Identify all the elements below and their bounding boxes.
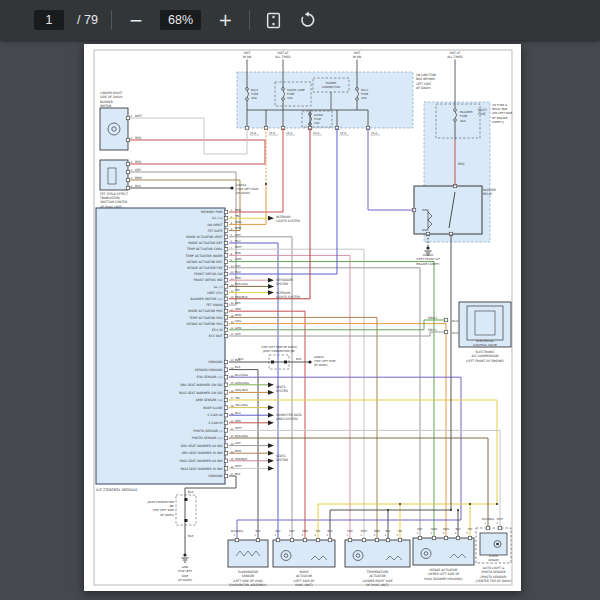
pin-number: 29 [231,413,235,416]
wire-gry [229,332,446,336]
pin [224,309,228,313]
wire-color-label: GRN [235,326,241,330]
pin [486,526,490,530]
wire-color-label: BLK [327,529,332,533]
component-label: FET (FIELD EFFECT [100,192,128,196]
zoom-level[interactable]: 68% [160,10,201,30]
junction-dot [387,509,389,511]
pdf-toolbar: 1 / 79 − 68% + [0,0,600,40]
component-label: A/C COMPRESSOR [471,354,498,358]
feed-label: HOT [354,51,361,55]
pin-number: 4 [384,534,386,537]
wire-color-label: BRN [235,313,241,317]
pin [224,334,228,338]
system-label: INTERIOR [276,215,290,219]
wire-color-label: BLK/ORG [235,282,248,286]
system-arrow-icon [268,390,274,395]
wire-color-label: GRY [235,264,241,268]
label: OF DASH) [160,513,174,517]
zoom-in-button[interactable]: + [214,12,236,28]
pin [224,210,228,214]
system-label: DEFOGGER [276,278,293,282]
pin-label: MEMORY PWR [201,210,223,214]
pin [224,254,228,258]
system-label: SYSTEM [276,458,288,462]
system-label: SYSTEM [276,282,288,286]
pin [235,538,239,542]
label: BOX BEHIND [416,77,436,81]
system-arrow-icon [268,420,274,425]
pin [224,451,228,455]
feed-label: IN ON [353,55,362,59]
component-label: (LEFT SIDE OF HVAC [233,579,263,583]
pin-label: TEMP ACTUATOR POS [188,316,222,320]
rotate-button[interactable] [297,9,319,31]
toolbar-divider [111,10,112,30]
component-label: TRANSISTOR) [99,196,120,200]
system-label: COMPUTER DATA [276,413,302,417]
pin-number: 3 [373,534,375,537]
page-count-label: / 79 [77,13,98,27]
pin-number: 2 [288,534,290,537]
pin-number: 1 [233,534,235,537]
component-label: OF HVAC UNIT) [366,583,389,587]
junction-dot [469,503,471,505]
component-label: SENSOR [488,559,499,562]
pin-label: INTAKE ACTUATOR REC [187,260,223,264]
component-label: BLOWER [100,100,113,104]
label: OF DASH) [314,363,328,367]
pin [224,421,228,425]
pin-label: PASS SEAT WARMER HI IND [180,467,223,471]
wire-color-label: BRN [135,176,141,180]
component-label: (UPPER LEFT SIDE OF [428,572,460,576]
pin-number: 37 [231,473,235,476]
pin-number: 1 [484,522,486,525]
fuse-label: 10A [314,121,319,125]
toolbar-divider [249,10,250,30]
system-label: SEATS [276,385,285,389]
pin-label: PHOTO SENSOR (-) [193,429,222,433]
pin [256,538,260,542]
pin [444,318,448,322]
fit-page-button[interactable] [263,10,284,31]
pin [126,178,130,182]
wire-color-label: BLK [235,472,241,476]
pin-label: ON INPUT [208,223,223,227]
component-box [345,540,410,567]
joint-connector-pin [185,498,188,501]
pin-number: 25 [231,382,235,385]
power-connector-label: CONNECTOR [322,85,341,89]
component-label: SENSOR [242,574,254,578]
pin-number: 1 [346,534,348,537]
pin-label: PASS SEAT WARMER LO IND [180,459,224,463]
pin [126,186,130,190]
label: BLK [188,534,194,538]
wire-color-label: BRN [374,529,380,533]
fuse-label: 15A [361,96,367,100]
ground-icon [308,360,311,363]
wire-color-label: YEL/ORG [235,403,248,407]
wire-color-label: BLK [135,184,142,188]
wire-color-label: WHT [235,426,242,430]
pin-number: 16 [231,302,235,305]
pin [224,229,228,233]
pin-number: 15 [231,296,235,299]
pin-label: FRONT DEFOG IND [193,278,223,282]
pin [224,272,228,276]
zoom-out-button[interactable]: − [125,12,147,28]
wire-color-label: BLK/ORG [482,517,494,521]
wire-color-label: YEL [235,396,241,400]
junction-dot [457,509,459,511]
pin [224,391,228,395]
wire-color-label: YEL [468,527,473,531]
system-label: LINES SYSTEM [276,417,298,421]
fit-page-icon [265,12,282,29]
pin [224,223,228,227]
label: (IN JUNCTION [416,73,436,77]
page-number-input[interactable]: 1 [34,10,64,30]
pin [224,429,228,433]
pin-label: INTAKE ACTUATOR POS [187,322,223,326]
wire-color-label: GRN [431,527,437,531]
pin-label: ILL (-) [214,285,223,289]
pin [224,383,228,387]
